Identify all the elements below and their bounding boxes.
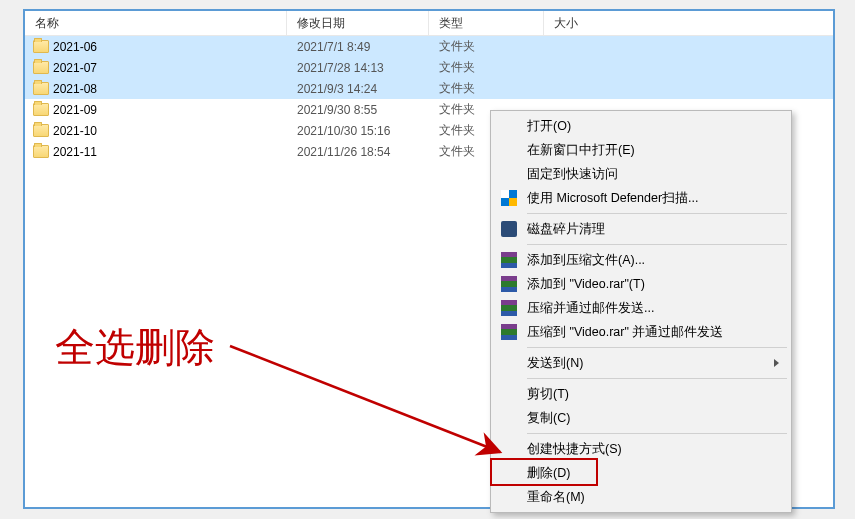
file-name: 2021-06 <box>53 40 97 54</box>
archive-icon <box>499 298 519 318</box>
shield-icon <box>499 188 519 208</box>
file-name: 2021-09 <box>53 103 97 117</box>
file-date: 2021/10/30 15:16 <box>287 124 429 138</box>
file-name: 2021-07 <box>53 61 97 75</box>
menu-delete[interactable]: 删除(D) <box>493 461 789 485</box>
menu-compress-email[interactable]: 压缩并通过邮件发送... <box>493 296 789 320</box>
menu-separator <box>527 213 787 214</box>
menu-separator <box>527 347 787 348</box>
menu-separator <box>527 378 787 379</box>
menu-add-rar[interactable]: 添加到 "Video.rar"(T) <box>493 272 789 296</box>
col-header-date[interactable]: 修改日期 <box>287 11 429 35</box>
menu-pin-quick-access[interactable]: 固定到快速访问 <box>493 162 789 186</box>
column-header-row: 名称 修改日期 类型 大小 <box>25 11 833 36</box>
menu-defender-scan[interactable]: 使用 Microsoft Defender扫描... <box>493 186 789 210</box>
menu-add-archive[interactable]: 添加到压缩文件(A)... <box>493 248 789 272</box>
file-row[interactable]: 2021-072021/7/28 14:13文件夹 <box>25 57 833 78</box>
folder-icon <box>33 82 49 95</box>
menu-separator <box>527 433 787 434</box>
file-type: 文件夹 <box>429 59 544 76</box>
file-name: 2021-08 <box>53 82 97 96</box>
archive-icon <box>499 322 519 342</box>
file-date: 2021/9/30 8:55 <box>287 103 429 117</box>
folder-icon <box>33 103 49 116</box>
menu-copy[interactable]: 复制(C) <box>493 406 789 430</box>
file-row[interactable]: 2021-082021/9/3 14:24文件夹 <box>25 78 833 99</box>
folder-icon <box>33 61 49 74</box>
file-type: 文件夹 <box>429 80 544 97</box>
menu-cut[interactable]: 剪切(T) <box>493 382 789 406</box>
menu-open[interactable]: 打开(O) <box>493 114 789 138</box>
menu-defrag[interactable]: 磁盘碎片清理 <box>493 217 789 241</box>
file-name: 2021-11 <box>53 145 97 159</box>
menu-rename[interactable]: 重命名(M) <box>493 485 789 509</box>
disk-icon <box>499 219 519 239</box>
file-date: 2021/11/26 18:54 <box>287 145 429 159</box>
menu-open-new-window[interactable]: 在新窗口中打开(E) <box>493 138 789 162</box>
col-header-name[interactable]: 名称 <box>25 11 287 35</box>
folder-icon <box>33 145 49 158</box>
file-type: 文件夹 <box>429 38 544 55</box>
annotation-text: 全选删除 <box>55 320 215 375</box>
folder-icon <box>33 40 49 53</box>
col-header-size[interactable]: 大小 <box>544 11 833 35</box>
menu-compress-rar-email[interactable]: 压缩到 "Video.rar" 并通过邮件发送 <box>493 320 789 344</box>
archive-icon <box>499 250 519 270</box>
file-date: 2021/7/1 8:49 <box>287 40 429 54</box>
file-date: 2021/9/3 14:24 <box>287 82 429 96</box>
archive-icon <box>499 274 519 294</box>
chevron-right-icon <box>774 359 779 367</box>
file-date: 2021/7/28 14:13 <box>287 61 429 75</box>
menu-send-to[interactable]: 发送到(N) <box>493 351 789 375</box>
menu-separator <box>527 244 787 245</box>
folder-icon <box>33 124 49 137</box>
file-name: 2021-10 <box>53 124 97 138</box>
context-menu: 打开(O) 在新窗口中打开(E) 固定到快速访问 使用 Microsoft De… <box>490 110 792 513</box>
col-header-type[interactable]: 类型 <box>429 11 544 35</box>
menu-create-shortcut[interactable]: 创建快捷方式(S) <box>493 437 789 461</box>
file-row[interactable]: 2021-062021/7/1 8:49文件夹 <box>25 36 833 57</box>
